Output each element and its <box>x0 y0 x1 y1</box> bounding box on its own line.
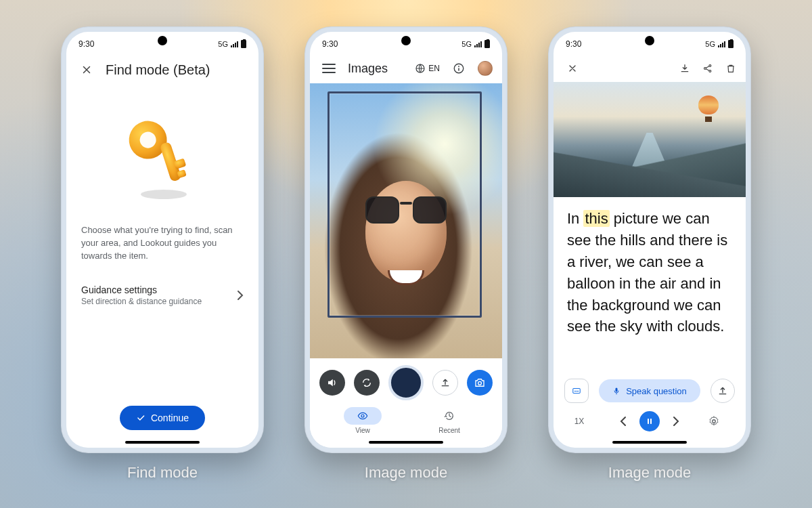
status-time: 9:30 <box>322 39 338 49</box>
svg-point-10 <box>478 381 482 385</box>
speak-question-button[interactable]: Speak question <box>599 379 700 402</box>
tab-view[interactable]: View <box>344 407 382 434</box>
svg-point-13 <box>709 65 711 67</box>
top-bar <box>554 56 746 82</box>
key-illustration <box>122 106 203 201</box>
next-button[interactable] <box>672 416 680 427</box>
tab-recent[interactable]: Recent <box>430 407 468 434</box>
continue-button[interactable]: Continue <box>120 406 205 430</box>
screen-find-mode: 9:30 5G Find mode (Beta) <box>66 32 258 448</box>
status-network: 5G <box>461 40 472 48</box>
sound-icon <box>326 377 338 389</box>
svg-rect-15 <box>573 389 581 394</box>
result-image[interactable] <box>554 82 746 197</box>
phone-frame: 9:30 5G <box>548 26 751 453</box>
status-right: 5G <box>461 40 490 48</box>
language-label: EN <box>428 64 440 73</box>
delete-icon[interactable] <box>725 62 736 75</box>
export-button[interactable] <box>710 379 735 403</box>
info-icon[interactable] <box>449 59 468 78</box>
settings-sub: Set direction & distance guidance <box>81 297 202 306</box>
history-icon <box>444 410 455 421</box>
body: Choose what you're trying to find, scan … <box>66 86 258 406</box>
playback-nav <box>619 411 680 431</box>
sound-button[interactable] <box>319 370 345 396</box>
bottom-tabs: View Recent <box>319 407 493 442</box>
svg-point-19 <box>713 420 716 423</box>
phone-frame: 9:30 5G Images <box>304 26 508 453</box>
continue-label: Continue <box>151 412 189 423</box>
camera-hole <box>158 36 167 45</box>
svg-point-8 <box>458 66 459 67</box>
mic-icon <box>612 385 621 396</box>
language-button[interactable]: EN <box>415 63 440 74</box>
desc-post: picture we can see the hills and there i… <box>567 210 727 335</box>
actions: Speak question 1X <box>554 375 746 448</box>
shutter-button[interactable] <box>388 365 424 400</box>
svg-rect-17 <box>648 419 649 424</box>
check-icon <box>136 413 145 423</box>
status-time: 9:30 <box>566 39 581 49</box>
status-network: 5G <box>218 40 228 48</box>
camera-viewfinder[interactable] <box>310 83 502 358</box>
globe-icon <box>415 63 426 74</box>
eye-icon <box>357 410 368 421</box>
status-time: 9:30 <box>78 39 94 49</box>
zoom-level[interactable]: 1X <box>567 417 591 426</box>
captions-button[interactable] <box>564 379 589 403</box>
signal-icon <box>474 41 482 47</box>
phone-slot-find-mode: 9:30 5G Find mode (Beta) <box>61 26 264 482</box>
balloon-illustration <box>698 96 719 122</box>
home-indicator[interactable] <box>125 441 200 444</box>
screen-image-camera: 9:30 5G Images <box>310 32 502 448</box>
phone-slot-image-camera: 9:30 5G Images <box>304 26 508 482</box>
screen-image-result: 9:30 5G <box>554 32 746 448</box>
camera-icon <box>474 377 486 389</box>
flip-camera-button[interactable] <box>354 370 380 396</box>
camera-controls: View Recent <box>310 358 502 448</box>
mountains-illustration <box>554 119 746 197</box>
app-bar: Images EN <box>310 56 502 83</box>
upload-icon <box>717 385 728 396</box>
image-description: In this picture we can see the hills and… <box>554 197 746 375</box>
page-title: Find mode (Beta) <box>106 62 210 78</box>
svg-point-11 <box>361 415 364 417</box>
signal-icon <box>231 41 238 47</box>
svg-point-0 <box>141 190 187 199</box>
upload-icon <box>440 377 451 388</box>
svg-point-14 <box>709 70 711 72</box>
battery-icon <box>241 40 246 48</box>
prev-button[interactable] <box>619 416 627 427</box>
phone-slot-image-result: 9:30 5G <box>548 26 751 482</box>
svg-rect-16 <box>616 388 618 392</box>
flip-icon <box>361 377 373 389</box>
menu-icon[interactable] <box>319 59 338 78</box>
caption-find-mode: Find mode <box>127 464 198 482</box>
phone-frame: 9:30 5G Find mode (Beta) <box>61 26 264 453</box>
status-network: 5G <box>705 40 715 48</box>
battery-icon <box>728 40 734 48</box>
tab-recent-label: Recent <box>438 427 460 434</box>
settings-icon[interactable] <box>708 415 732 427</box>
guidance-settings-row[interactable]: Guidance settings Set direction & distan… <box>81 270 244 321</box>
close-icon[interactable] <box>77 60 96 79</box>
tab-view-label: View <box>355 427 370 434</box>
pause-button[interactable] <box>639 411 660 431</box>
download-icon[interactable] <box>679 63 690 74</box>
captions-icon <box>570 386 583 396</box>
desc-highlight: this <box>583 210 609 227</box>
upload-button[interactable] <box>432 370 458 396</box>
close-icon[interactable] <box>563 59 582 78</box>
home-indicator[interactable] <box>612 441 687 444</box>
status-right: 5G <box>218 40 246 48</box>
home-indicator[interactable] <box>369 441 443 444</box>
marketing-backdrop: 9:30 5G Find mode (Beta) <box>0 0 812 508</box>
app-title: Images <box>348 62 388 76</box>
camera-mode-button[interactable] <box>467 370 493 396</box>
pause-icon <box>646 417 654 425</box>
signal-icon <box>718 41 725 47</box>
battery-icon <box>484 40 490 48</box>
avatar[interactable] <box>478 61 493 76</box>
share-icon[interactable] <box>702 63 713 74</box>
svg-point-12 <box>704 68 706 70</box>
